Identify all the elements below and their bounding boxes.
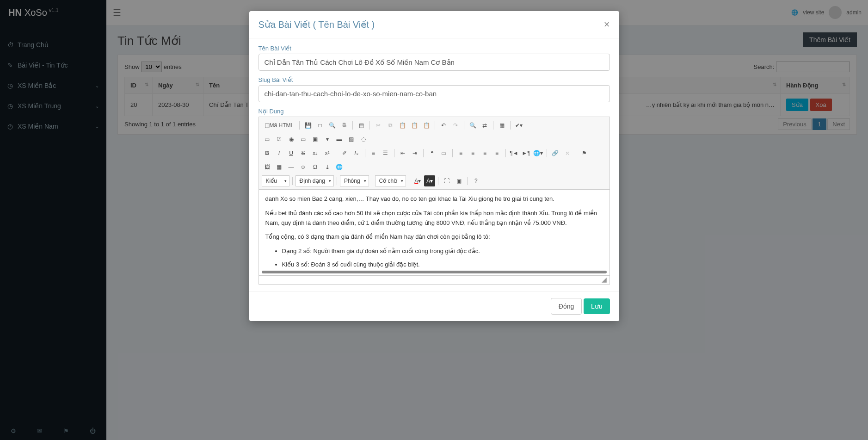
selectall-icon[interactable]: ▦ bbox=[496, 120, 507, 131]
bulletlist-icon[interactable]: ☰ bbox=[380, 148, 391, 159]
maximize-icon[interactable]: ⛶ bbox=[441, 175, 452, 186]
newpage-icon[interactable]: □ bbox=[314, 120, 326, 131]
paste-text-icon[interactable]: 📋 bbox=[409, 120, 420, 131]
rtl-icon[interactable]: ►¶ bbox=[521, 148, 532, 159]
editor-toolbar: ◫ Mã HTML 💾 □ 🔍 🖶 ▤ ✂ ⧉ 📋 📋 📋 ↶ bbox=[259, 117, 609, 190]
ltr-icon[interactable]: ¶◄ bbox=[509, 148, 520, 159]
language-icon[interactable]: 🌐▾ bbox=[533, 148, 544, 159]
slug-label: Slug Bài Viết bbox=[259, 76, 610, 83]
paste-icon[interactable]: 📋 bbox=[397, 120, 408, 131]
about-icon[interactable]: ? bbox=[470, 175, 481, 186]
button-icon[interactable]: ▬ bbox=[334, 134, 345, 145]
smiley-icon[interactable]: ☺ bbox=[298, 161, 309, 173]
subscript-icon[interactable]: x₂ bbox=[310, 148, 321, 159]
save-icon[interactable]: 💾 bbox=[302, 120, 314, 131]
italic-icon[interactable]: I bbox=[274, 148, 285, 159]
post-slug-input[interactable] bbox=[259, 85, 610, 102]
image-icon[interactable]: 🖼 bbox=[262, 161, 273, 173]
bgcolor-icon[interactable]: A▾ bbox=[424, 175, 435, 186]
hidden-icon[interactable]: ◌ bbox=[358, 134, 369, 145]
align-right-icon[interactable]: ≡ bbox=[480, 148, 491, 159]
align-justify-icon[interactable]: ≡ bbox=[492, 148, 503, 159]
format-combo[interactable]: Định dạng bbox=[295, 175, 334, 186]
cut-icon[interactable]: ✂ bbox=[373, 120, 384, 131]
content-label: Nội Dung bbox=[259, 108, 610, 115]
strike-icon[interactable]: S bbox=[298, 148, 309, 159]
outdent-icon[interactable]: ⇤ bbox=[397, 148, 408, 159]
save-button[interactable]: Lưu bbox=[584, 298, 610, 314]
copy-icon[interactable]: ⧉ bbox=[385, 120, 396, 131]
undo-icon[interactable]: ↶ bbox=[438, 120, 449, 131]
copyformat-icon[interactable]: Iₓ bbox=[351, 148, 362, 159]
close-icon[interactable]: × bbox=[604, 19, 610, 31]
align-left-icon[interactable]: ≡ bbox=[456, 148, 467, 159]
templates-icon[interactable]: ▤ bbox=[356, 120, 367, 131]
font-combo[interactable]: Phông bbox=[340, 175, 369, 186]
name-label: Tên Bài Viết bbox=[259, 45, 610, 52]
close-button[interactable]: Đóng bbox=[551, 298, 582, 315]
numberlist-icon[interactable]: ≡ bbox=[368, 148, 379, 159]
post-name-input[interactable] bbox=[259, 54, 610, 71]
blockquote-icon[interactable]: ❝ bbox=[426, 148, 437, 159]
removeformat-icon[interactable]: ✐ bbox=[339, 148, 350, 159]
find-icon[interactable]: 🔍 bbox=[467, 120, 478, 131]
size-combo[interactable]: Cỡ chữ bbox=[375, 175, 406, 186]
paste-word-icon[interactable]: 📋 bbox=[421, 120, 432, 131]
hr-icon[interactable]: — bbox=[286, 161, 297, 173]
indent-icon[interactable]: ⇥ bbox=[409, 148, 420, 159]
print-icon[interactable]: 🖶 bbox=[339, 120, 350, 131]
bold-icon[interactable]: B bbox=[262, 148, 273, 159]
div-icon[interactable]: ▭ bbox=[438, 148, 449, 159]
anchor-icon[interactable]: ⚑ bbox=[579, 148, 590, 159]
replace-icon[interactable]: ⇄ bbox=[479, 120, 490, 131]
editor-scrollbar[interactable] bbox=[262, 271, 607, 273]
editor-resize[interactable]: ◢ bbox=[259, 275, 609, 284]
modal-title: Sửa Bài Viết ( Tên Bài Viết ) bbox=[259, 19, 375, 30]
style-combo[interactable]: Kiểu bbox=[262, 175, 289, 186]
unlink-icon[interactable]: ⤫ bbox=[562, 148, 573, 159]
rich-text-editor: ◫ Mã HTML 💾 □ 🔍 🖶 ▤ ✂ ⧉ 📋 📋 📋 ↶ bbox=[259, 117, 610, 285]
underline-icon[interactable]: U bbox=[286, 148, 297, 159]
superscript-icon[interactable]: x² bbox=[322, 148, 333, 159]
pagebreak-icon[interactable]: ⤓ bbox=[322, 161, 333, 173]
spellcheck-icon[interactable]: ✔▾ bbox=[513, 120, 524, 131]
specialchar-icon[interactable]: Ω bbox=[310, 161, 321, 173]
link-icon[interactable]: 🔗 bbox=[550, 148, 561, 159]
align-center-icon[interactable]: ≡ bbox=[468, 148, 479, 159]
source-icon[interactable]: ◫ Mã HTML bbox=[262, 120, 297, 131]
iframe-icon[interactable]: 🌐 bbox=[334, 161, 345, 173]
select-icon[interactable]: ▾ bbox=[322, 134, 333, 145]
radio-icon[interactable]: ◉ bbox=[286, 134, 297, 145]
edit-post-modal: Sửa Bài Viết ( Tên Bài Viết ) × Tên Bài … bbox=[249, 11, 619, 321]
imagebutton-icon[interactable]: ▧ bbox=[346, 134, 357, 145]
redo-icon[interactable]: ↷ bbox=[450, 120, 461, 131]
showblocks-icon[interactable]: ▣ bbox=[453, 175, 464, 186]
textfield-icon[interactable]: ▭ bbox=[298, 134, 309, 145]
form-icon[interactable]: ▭ bbox=[262, 134, 273, 145]
preview-icon[interactable]: 🔍 bbox=[326, 120, 338, 131]
editor-content[interactable]: danh Xo so mien Bac 2 cang, xien,… Thay … bbox=[259, 190, 609, 271]
textarea-icon[interactable]: ▣ bbox=[310, 134, 321, 145]
table-icon[interactable]: ▦ bbox=[274, 161, 285, 173]
textcolor-icon[interactable]: A▾ bbox=[412, 175, 423, 186]
checkbox-icon[interactable]: ☑ bbox=[274, 134, 285, 145]
